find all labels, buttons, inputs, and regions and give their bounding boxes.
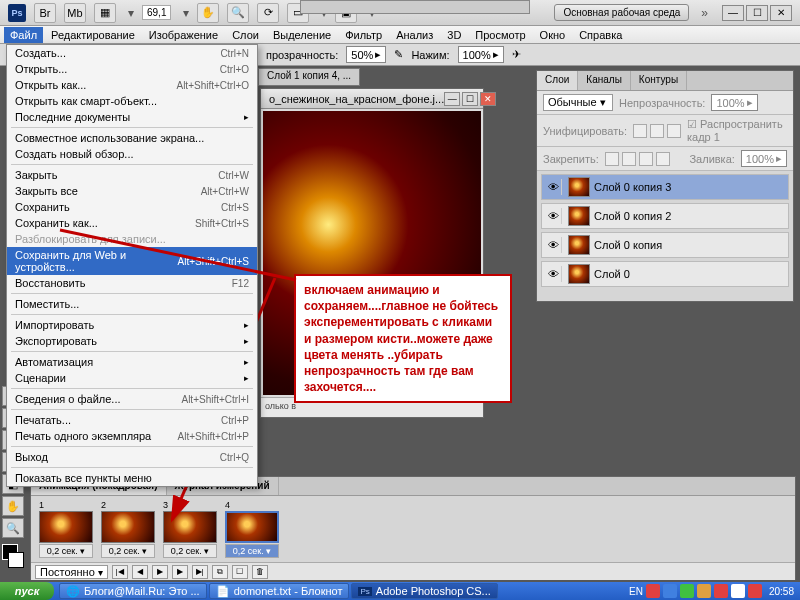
panel-tab[interactable]: Слои <box>537 71 578 90</box>
frame-thumbnail[interactable] <box>101 511 155 543</box>
menu-item[interactable]: ВыходCtrl+Q <box>7 449 257 465</box>
menu-item[interactable]: Сведения о файле...Alt+Shift+Ctrl+I <box>7 391 257 407</box>
airbrush-icon[interactable]: ✈ <box>512 48 521 61</box>
menu-item[interactable]: Сохранить для Web и устройств...Alt+Shif… <box>7 247 257 275</box>
zoom-icon[interactable]: 🔍 <box>227 3 249 23</box>
tray-icon[interactable] <box>680 584 694 598</box>
animation-frame[interactable]: 40,2 сек. ▾ <box>223 500 281 558</box>
menu-редактирование[interactable]: Редактирование <box>45 27 141 43</box>
color-swatches[interactable] <box>2 544 24 568</box>
menu-item[interactable]: Показать все пункты меню <box>7 470 257 486</box>
tray-icon[interactable] <box>663 584 677 598</box>
hand-icon[interactable]: ✋ <box>197 3 219 23</box>
blend-mode-select[interactable]: Обычные ▾ <box>543 94 613 111</box>
menu-item[interactable]: ВосстановитьF12 <box>7 275 257 291</box>
menu-item[interactable]: Печать одного экземпляраAlt+Shift+Ctrl+P <box>7 428 257 444</box>
visibility-icon[interactable]: 👁 <box>546 237 562 253</box>
menu-item[interactable]: Открыть...Ctrl+O <box>7 61 257 77</box>
layer-opacity-input[interactable]: 100% ▸ <box>711 94 757 111</box>
lock-icons[interactable] <box>605 152 670 166</box>
doc-close-button[interactable]: ✕ <box>480 92 496 106</box>
tray-icon[interactable] <box>697 584 711 598</box>
tray-icon[interactable] <box>714 584 728 598</box>
layer-name[interactable]: Слой 0 копия 3 <box>594 181 671 193</box>
start-button[interactable]: пуск <box>0 582 54 600</box>
new-frame-button[interactable]: ☐ <box>232 565 248 579</box>
menu-item[interactable]: Открыть как...Alt+Shift+Ctrl+O <box>7 77 257 93</box>
background-swatch[interactable] <box>8 552 24 568</box>
language-indicator[interactable]: EN <box>629 586 643 597</box>
menu-item[interactable]: ЗакрытьCtrl+W <box>7 167 257 183</box>
view-mode-icon[interactable]: ▦ <box>94 3 116 23</box>
layer-row[interactable]: 👁Слой 0 <box>541 261 789 287</box>
menu-справка[interactable]: Справка <box>573 27 628 43</box>
chevron-down-icon[interactable]: ▾ <box>183 6 189 20</box>
menu-item[interactable]: Создать новый обзор... <box>7 146 257 162</box>
layer-row[interactable]: 👁Слой 0 копия 3 <box>541 174 789 200</box>
frame-delay[interactable]: 0,2 сек. ▾ <box>101 544 155 558</box>
play-button[interactable]: ▶ <box>152 565 168 579</box>
opacity-input[interactable]: 50% ▸ <box>346 46 386 63</box>
layer-name[interactable]: Слой 0 копия <box>594 239 662 251</box>
menu-слои[interactable]: Слои <box>226 27 265 43</box>
last-frame-button[interactable]: ▶| <box>192 565 208 579</box>
layer-thumbnail[interactable] <box>568 177 590 197</box>
visibility-icon[interactable]: 👁 <box>546 266 562 282</box>
menu-анализ[interactable]: Анализ <box>390 27 439 43</box>
loop-select[interactable]: Постоянно ▾ <box>35 565 108 579</box>
menu-item[interactable]: Открыть как смарт-объект... <box>7 93 257 109</box>
menu-item[interactable]: Печатать...Ctrl+P <box>7 412 257 428</box>
menu-item[interactable]: Создать...Ctrl+N <box>7 45 257 61</box>
menu-выделение[interactable]: Выделение <box>267 27 337 43</box>
frame-delay[interactable]: 0,2 сек. ▾ <box>225 544 279 558</box>
animation-frame[interactable]: 10,2 сек. ▾ <box>37 500 95 558</box>
tween-button[interactable]: ⧉ <box>212 565 228 579</box>
next-frame-button[interactable]: ▶ <box>172 565 188 579</box>
layer-name[interactable]: Слой 0 <box>594 268 630 280</box>
menu-файл[interactable]: Файл <box>4 27 43 43</box>
prev-frame-button[interactable]: ◀ <box>132 565 148 579</box>
document-titlebar[interactable]: о_снежинок_на_красном_фоне.j... — ☐ ✕ <box>261 89 483 109</box>
mb-icon[interactable]: Mb <box>64 3 86 23</box>
visibility-icon[interactable]: 👁 <box>546 179 562 195</box>
document-tab[interactable]: Слой 1 копия 4, ... <box>258 68 360 86</box>
layer-row[interactable]: 👁Слой 0 копия 2 <box>541 203 789 229</box>
tool-button[interactable]: 🔍 <box>2 518 24 538</box>
menu-item[interactable]: Экспортировать <box>7 333 257 349</box>
doc-minimize-button[interactable]: — <box>444 92 460 106</box>
unify-icons[interactable] <box>633 124 681 138</box>
pressure-icon[interactable]: ✎ <box>394 48 403 61</box>
menu-item[interactable]: Сохранить как...Shift+Ctrl+S <box>7 215 257 231</box>
menu-item[interactable]: Совместное использование экрана... <box>7 130 257 146</box>
doc-maximize-button[interactable]: ☐ <box>462 92 478 106</box>
taskbar-item[interactable]: PsAdobe Photoshop CS... <box>351 583 497 599</box>
tray-icon[interactable] <box>748 584 762 598</box>
frame-delay[interactable]: 0,2 сек. ▾ <box>39 544 93 558</box>
frame-thumbnail[interactable] <box>39 511 93 543</box>
menu-item[interactable]: Импортировать <box>7 317 257 333</box>
frame-thumbnail[interactable] <box>225 511 279 543</box>
layer-thumbnail[interactable] <box>568 235 590 255</box>
minimize-button[interactable]: — <box>722 5 744 21</box>
clock[interactable]: 20:58 <box>769 586 794 597</box>
rotate-icon[interactable]: ⟳ <box>257 3 279 23</box>
animation-frame[interactable]: 30,2 сек. ▾ <box>161 500 219 558</box>
menu-item[interactable]: Сценарии <box>7 370 257 386</box>
layer-row[interactable]: 👁Слой 0 копия <box>541 232 789 258</box>
taskbar-item[interactable]: 🌐Блоги@Mail.Ru: Это ... <box>59 583 207 599</box>
menu-изображение[interactable]: Изображение <box>143 27 224 43</box>
menu-фильтр[interactable]: Фильтр <box>339 27 388 43</box>
panel-tab[interactable]: Каналы <box>578 71 631 90</box>
tray-icon[interactable] <box>646 584 660 598</box>
close-button[interactable]: ✕ <box>770 5 792 21</box>
layer-thumbnail[interactable] <box>568 206 590 226</box>
bridge-icon[interactable]: Br <box>34 3 56 23</box>
frame-delay[interactable]: 0,2 сек. ▾ <box>163 544 217 558</box>
workspace-button[interactable]: Основная рабочая среда <box>554 4 689 21</box>
menu-item[interactable]: СохранитьCtrl+S <box>7 199 257 215</box>
double-chevron-icon[interactable]: » <box>701 6 708 20</box>
taskbar-item[interactable]: 📄domonet.txt - Блокнот <box>209 583 350 599</box>
visibility-icon[interactable]: 👁 <box>546 208 562 224</box>
menu-item[interactable]: Поместить... <box>7 296 257 312</box>
maximize-button[interactable]: ☐ <box>746 5 768 21</box>
